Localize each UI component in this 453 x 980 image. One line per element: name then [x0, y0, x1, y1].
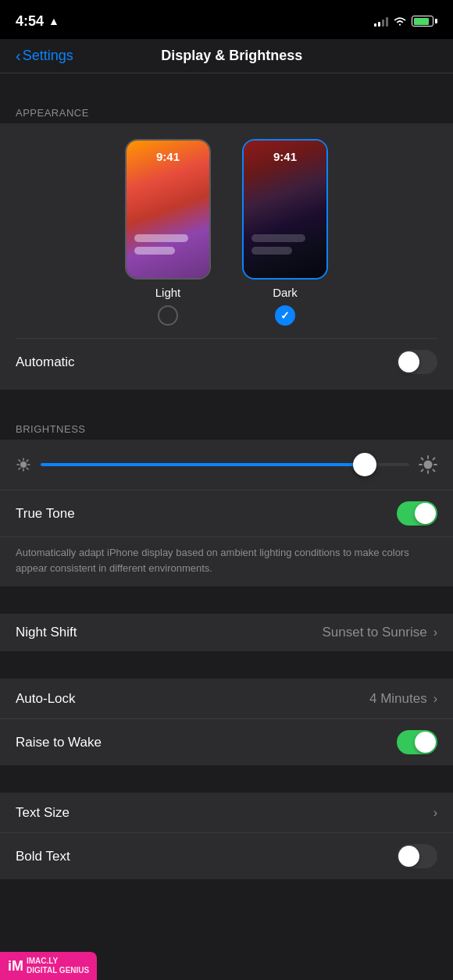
back-chevron-icon: ‹	[16, 47, 21, 65]
dark-mode-preview: 9:41	[242, 139, 328, 280]
brightness-slider[interactable]	[41, 452, 409, 477]
brightness-max-icon	[419, 455, 437, 474]
bold-text-toggle[interactable]	[397, 844, 437, 868]
status-icons	[374, 16, 437, 27]
light-mode-radio[interactable]	[158, 305, 178, 326]
svg-line-14	[422, 458, 423, 460]
wifi-icon	[393, 16, 407, 27]
dark-label: Dark	[273, 286, 298, 299]
battery-icon	[412, 16, 437, 27]
automatic-toggle[interactable]	[397, 350, 437, 374]
light-preview-bars	[127, 234, 209, 255]
brightness-section-label: BRIGHTNESS	[0, 417, 453, 440]
watermark-site: IMAC.LY	[27, 957, 89, 966]
light-mode-option[interactable]: 9:41 Light	[125, 139, 211, 326]
dark-mode-radio[interactable]	[275, 305, 295, 326]
back-button[interactable]: ‹ Settings	[16, 47, 73, 65]
text-size-label: Text Size	[16, 805, 433, 821]
appearance-group: 9:41 Light 9:41	[0, 123, 453, 390]
light-mode-preview: 9:41	[125, 139, 211, 280]
raise-to-wake-toggle-thumb	[415, 732, 436, 753]
night-shift-value: Sunset to Sunrise	[322, 625, 426, 640]
true-tone-description-row: Automatically adapt iPhone display based…	[0, 537, 453, 586]
status-bar: 4:54 ▲	[0, 0, 453, 39]
brightness-group: True Tone Automatically adapt iPhone dis…	[0, 440, 453, 586]
night-shift-chevron-icon: ›	[433, 625, 437, 640]
raise-to-wake-toggle[interactable]	[397, 730, 437, 754]
true-tone-row: True Tone	[0, 490, 453, 537]
brightness-slider-row	[0, 440, 453, 490]
bold-text-label: Bold Text	[16, 849, 397, 864]
appearance-options-container: 9:41 Light 9:41	[0, 123, 453, 390]
time-display: 4:54	[16, 13, 44, 30]
true-tone-toggle-thumb	[415, 503, 436, 524]
svg-point-0	[20, 461, 27, 468]
svg-point-9	[424, 461, 433, 469]
appearance-options: 9:41 Light 9:41	[16, 139, 437, 326]
svg-line-17	[422, 469, 423, 471]
true-tone-description: Automatically adapt iPhone display based…	[16, 545, 437, 576]
light-screen: 9:41	[127, 141, 209, 278]
lock-group: Auto-Lock 4 Minutes › Raise to Wake	[0, 679, 453, 765]
back-label: Settings	[23, 48, 73, 64]
night-shift-group: Night Shift Sunset to Sunrise ›	[0, 614, 453, 651]
svg-line-7	[27, 460, 28, 461]
bold-text-toggle-thumb	[398, 846, 419, 867]
section-gap-4	[0, 651, 453, 679]
text-size-chevron-icon: ›	[433, 806, 437, 820]
appearance-section-label: APPEARANCE	[0, 101, 453, 123]
watermark-text: IMAC.LY DIGITAL GENIUS	[27, 957, 89, 975]
dark-screen: 9:41	[244, 141, 326, 278]
dark-preview-bars	[244, 234, 326, 255]
watermark-logo: iM	[8, 958, 23, 975]
navigation-header: ‹ Settings Display & Brightness	[0, 39, 453, 73]
automatic-row: Automatic	[16, 338, 437, 374]
auto-lock-chevron-icon: ›	[433, 692, 437, 706]
svg-line-6	[27, 468, 28, 469]
light-label: Light	[155, 286, 181, 299]
automatic-label: Automatic	[16, 355, 397, 370]
auto-lock-label: Auto-Lock	[16, 691, 369, 707]
bold-text-row: Bold Text	[0, 833, 453, 879]
slider-fill	[41, 463, 365, 466]
auto-lock-value: 4 Minutes	[369, 691, 427, 707]
status-time: 4:54 ▲	[16, 13, 59, 30]
brightness-min-icon	[16, 457, 31, 472]
page-title: Display & Brightness	[73, 48, 391, 64]
section-gap-3	[0, 586, 453, 614]
text-size-row[interactable]: Text Size ›	[0, 793, 453, 833]
watermark-tagline: DIGITAL GENIUS	[27, 966, 89, 975]
auto-lock-row[interactable]: Auto-Lock 4 Minutes ›	[0, 679, 453, 719]
raise-to-wake-row: Raise to Wake	[0, 719, 453, 765]
watermark: iM IMAC.LY DIGITAL GENIUS	[0, 952, 97, 980]
location-arrow-icon: ▲	[48, 15, 59, 27]
svg-line-15	[433, 469, 434, 471]
light-preview-time: 9:41	[156, 150, 180, 163]
true-tone-label: True Tone	[16, 506, 397, 522]
signal-icon	[374, 16, 388, 27]
automatic-toggle-thumb	[398, 351, 419, 372]
svg-line-5	[19, 460, 20, 461]
section-gap-2	[0, 390, 453, 417]
dark-mode-option[interactable]: 9:41 Dark	[242, 139, 328, 326]
slider-thumb[interactable]	[353, 453, 376, 476]
true-tone-toggle[interactable]	[397, 501, 437, 526]
section-gap-1	[0, 73, 453, 101]
night-shift-label: Night Shift	[16, 625, 322, 640]
svg-line-16	[433, 458, 434, 460]
night-shift-row[interactable]: Night Shift Sunset to Sunrise ›	[0, 614, 453, 651]
raise-to-wake-label: Raise to Wake	[16, 735, 397, 750]
text-group: Text Size › Bold Text	[0, 793, 453, 879]
section-gap-5	[0, 765, 453, 793]
svg-line-8	[19, 468, 20, 469]
dark-preview-time: 9:41	[273, 150, 297, 163]
slider-track	[41, 463, 409, 466]
